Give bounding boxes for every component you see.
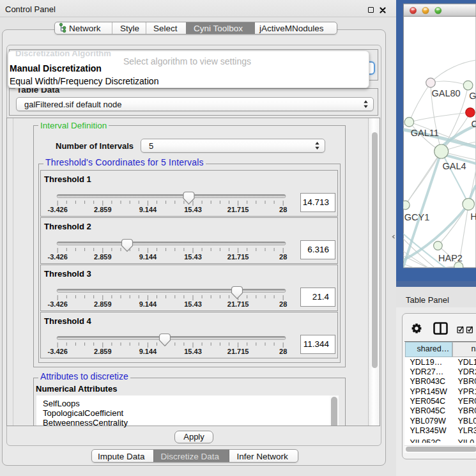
svg-text:2.859: 2.859 (94, 300, 112, 308)
svg-text:-3.426: -3.426 (48, 253, 68, 261)
svg-text:28: 28 (279, 253, 287, 261)
svg-text:9.144: 9.144 (139, 348, 157, 355)
svg-text:-3.426: -3.426 (48, 300, 68, 308)
svg-text:CR: CR (472, 119, 476, 129)
svg-text:15.43: 15.43 (184, 348, 202, 355)
svg-text:9.144: 9.144 (139, 300, 157, 308)
svg-text:15.43: 15.43 (184, 206, 202, 213)
svg-text:2.859: 2.859 (94, 206, 112, 213)
svg-text:2.859: 2.859 (94, 253, 112, 261)
svg-text:21.715: 21.715 (227, 348, 249, 355)
svg-text:21.715: 21.715 (227, 300, 249, 308)
svg-text:9.144: 9.144 (139, 253, 157, 261)
svg-text:-3.426: -3.426 (48, 348, 68, 355)
svg-text:21.715: 21.715 (227, 253, 249, 261)
svg-text:HI: HI (470, 211, 476, 222)
svg-text:15.43: 15.43 (184, 253, 202, 261)
svg-text:9.144: 9.144 (139, 206, 157, 213)
svg-text:GAL4: GAL4 (443, 161, 466, 171)
svg-text:GA: GA (469, 91, 476, 101)
svg-text:28: 28 (279, 300, 287, 308)
svg-text:15.43: 15.43 (184, 300, 202, 308)
svg-text:21.715: 21.715 (227, 206, 249, 213)
svg-text:2.859: 2.859 (94, 348, 112, 355)
svg-text:28: 28 (279, 348, 287, 355)
svg-text:HAP2: HAP2 (438, 253, 463, 263)
svg-text:28: 28 (279, 206, 287, 213)
svg-text:GAL80: GAL80 (432, 88, 461, 98)
svg-text:-3.426: -3.426 (48, 206, 68, 213)
svg-text:GAL11: GAL11 (411, 128, 439, 138)
svg-text:GCY1: GCY1 (404, 212, 430, 222)
